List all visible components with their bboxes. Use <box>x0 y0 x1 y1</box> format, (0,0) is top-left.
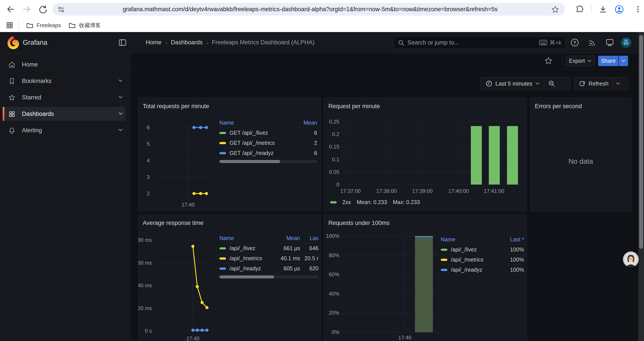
sidebar-item-bookmarks[interactable]: Bookmarks <box>3 74 126 88</box>
svg-text:0 s: 0 s <box>145 328 152 334</box>
legend-row[interactable]: /api/_/readyz605 µs620 <box>220 263 318 274</box>
svg-text:17:37:00: 17:37:00 <box>340 188 360 194</box>
time-range-picker[interactable]: Last 5 minutes <box>481 78 544 90</box>
refresh-interval-dropdown[interactable] <box>613 78 623 90</box>
dashboards-grid-icon <box>8 111 15 118</box>
extensions-icon[interactable] <box>576 5 584 14</box>
panel-requests-under-100ms[interactable]: Requests under 100ms 100%80%60%40%20%0%1… <box>324 214 527 341</box>
legend-value: 6 <box>293 150 317 156</box>
site-settings-icon[interactable] <box>58 6 65 13</box>
kiosk-monitor-icon[interactable] <box>605 38 615 47</box>
panel-title[interactable]: Average response time <box>143 220 204 226</box>
keyboard-icon <box>539 40 547 46</box>
news-rss-icon[interactable] <box>588 38 597 47</box>
series-swatch <box>220 257 226 260</box>
svg-text:?: ? <box>573 40 576 46</box>
svg-text:6: 6 <box>147 124 150 130</box>
panel-average-response-time[interactable]: Average response time 80 ms60 ms40 ms20 … <box>138 214 321 341</box>
search-box[interactable]: ⌘+k <box>394 36 566 49</box>
svg-text:80 ms: 80 ms <box>138 237 152 243</box>
sidebar-item-alerting[interactable]: Alerting <box>3 123 126 137</box>
apps-grid-icon[interactable] <box>6 22 13 29</box>
legend-rows: GET /api/_/livez6GET /api/_/metrics2GET … <box>220 128 317 158</box>
page-scrollbar-thumb[interactable] <box>639 35 643 249</box>
home-icon <box>8 61 15 68</box>
profile-icon[interactable] <box>615 5 624 14</box>
legend-scrollbar[interactable] <box>220 160 317 163</box>
bookmark-folder-freeleaps[interactable]: Freeleaps <box>26 19 61 32</box>
sidebar-item-label: Dashboards <box>22 107 54 121</box>
legend-row[interactable]: /api/_/metrics40.1 ms20.5 r <box>220 253 318 263</box>
legend-header[interactable]: Name Mean Las <box>220 233 318 243</box>
svg-text:0.2: 0.2 <box>332 131 339 137</box>
legend-row[interactable]: /api/_/livez100% <box>441 245 524 255</box>
legend-row[interactable]: /api/_/metrics100% <box>441 255 524 265</box>
legend-inline[interactable]: 2xx Mean: 0.233 Max: 0.233 <box>330 199 420 205</box>
chevron-down-icon[interactable] <box>118 96 123 99</box>
svg-text:17:40: 17:40 <box>182 202 195 208</box>
sidebar-item-home[interactable]: Home <box>3 58 126 72</box>
search-input[interactable] <box>408 37 491 49</box>
bookmark-folder-blogs[interactable]: 收藏博客 <box>68 19 101 32</box>
legend-row[interactable]: /api/_/readyz100% <box>441 265 524 275</box>
legend-row[interactable]: GET /api/_/readyz6 <box>220 148 317 158</box>
user-avatar[interactable] <box>620 37 632 48</box>
series-swatch <box>220 152 226 154</box>
panel-errors-per-second[interactable]: Errors per second No data <box>530 97 631 211</box>
url-text[interactable]: grafana.mathmast.com/d/deytv4rwavabkb/fr… <box>123 3 498 16</box>
svg-text:60 ms: 60 ms <box>138 260 152 266</box>
panel-title[interactable]: Requests under 100ms <box>328 220 390 226</box>
share-dropdown-button[interactable] <box>619 56 628 66</box>
bookmark-star-icon[interactable] <box>551 6 559 14</box>
legend-header[interactable]: Name Last * <box>441 235 524 245</box>
svg-text:60%: 60% <box>329 271 339 277</box>
legend-mean: Mean: 0.233 <box>357 199 387 205</box>
search-shortcut: ⌘+k <box>539 37 561 49</box>
panel-request-per-minute[interactable]: Request per minute 0.250.20.150.10.05017… <box>324 97 527 211</box>
panel-title[interactable]: Request per minute <box>328 103 380 110</box>
legend-header[interactable]: Name Mean <box>220 118 317 128</box>
legend-series-name: /api/_/metrics <box>230 255 262 261</box>
dock-menu-icon[interactable] <box>118 38 127 47</box>
bar-chart: 0.250.20.150.10.05017:37:0017:38:0017:39… <box>324 98 527 212</box>
chevron-down-icon[interactable] <box>118 112 123 115</box>
legend-row[interactable]: GET /api/_/metrics2 <box>220 138 317 148</box>
chevron-down-icon[interactable] <box>118 129 123 132</box>
legend-scrollbar[interactable] <box>220 275 318 278</box>
sidebar-item-starred[interactable]: Starred <box>3 90 126 104</box>
browser-menu-icon[interactable] <box>634 5 642 14</box>
favorite-star-icon[interactable] <box>544 57 552 65</box>
breadcrumb-dashboards[interactable]: Dashboards <box>171 39 203 46</box>
downloads-icon[interactable] <box>599 5 607 14</box>
legend-row[interactable]: GET /api/_/livez6 <box>220 128 317 138</box>
reload-icon[interactable] <box>38 5 47 14</box>
active-indicator <box>3 107 4 121</box>
export-button[interactable]: Export <box>566 56 594 66</box>
grafana-topnav: Grafana Home › Dashboards › Freeleaps Me… <box>0 32 644 53</box>
sidebar-item-dashboards[interactable]: Dashboards <box>3 107 126 121</box>
chevron-down-icon <box>536 82 540 85</box>
url-bar[interactable]: grafana.mathmast.com/d/deytv4rwavabkb/fr… <box>52 3 565 16</box>
breadcrumb-home[interactable]: Home <box>146 39 162 46</box>
svg-text:17:40:00: 17:40:00 <box>448 188 469 194</box>
clock-icon <box>486 80 492 87</box>
svg-text:20%: 20% <box>329 310 339 316</box>
floating-assistant-avatar[interactable] <box>623 251 639 267</box>
help-icon[interactable]: ? <box>570 38 580 47</box>
refresh-button[interactable]: Refresh <box>574 78 613 90</box>
panel-title[interactable]: Errors per second <box>535 103 582 110</box>
back-icon[interactable] <box>6 5 15 14</box>
grafana-logo-icon[interactable] <box>6 35 20 50</box>
panel-total-requests-per-minute[interactable]: Total requests per minute 6543217:40 Nam… <box>138 97 321 211</box>
refresh-group: Refresh <box>574 77 628 90</box>
forward-icon[interactable] <box>22 5 32 14</box>
chevron-down-icon[interactable] <box>118 79 123 82</box>
legend-row[interactable]: /api/_/livez661 µs646 <box>220 243 318 253</box>
zoom-out-button[interactable] <box>544 78 559 90</box>
panel-title[interactable]: Total requests per minute <box>143 103 209 110</box>
svg-text:3: 3 <box>147 174 150 180</box>
legend-series-name: /api/_/readyz <box>230 265 261 272</box>
legend-series-name: /api/_/livez <box>230 245 255 251</box>
series-swatch <box>220 267 226 270</box>
share-button[interactable]: Share <box>598 56 618 66</box>
